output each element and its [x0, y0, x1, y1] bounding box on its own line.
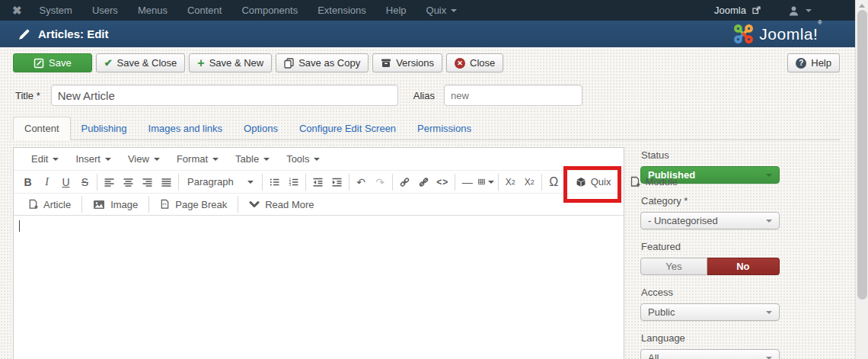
- close-button[interactable]: ✕ Close: [446, 53, 503, 72]
- save-close-button[interactable]: ✔ Save & Close: [96, 53, 186, 72]
- menu-content[interactable]: Content: [177, 5, 232, 16]
- article-page-icon: [28, 199, 38, 210]
- versions-label: Versions: [396, 57, 434, 69]
- editor-menu-tools[interactable]: Tools: [278, 153, 328, 165]
- outdent-button[interactable]: [308, 173, 327, 191]
- scrollbar-thumb[interactable]: [857, 10, 867, 300]
- divider: [566, 174, 566, 191]
- superscript-button[interactable]: X2: [520, 173, 539, 191]
- menu-menus[interactable]: Menus: [128, 5, 177, 16]
- page-break-button[interactable]: Page Break: [152, 196, 235, 213]
- tab-configure-edit-screen[interactable]: Configure Edit Screen: [289, 117, 407, 139]
- tab-images-and-links[interactable]: Images and links: [138, 117, 234, 139]
- editor-menu-table[interactable]: Table: [227, 153, 278, 165]
- editor-text-area[interactable]: [14, 216, 624, 357]
- versions-button[interactable]: Versions: [372, 53, 442, 72]
- access-select[interactable]: Public: [640, 303, 780, 321]
- language-select[interactable]: All: [640, 349, 780, 359]
- menu-label: Quix: [426, 5, 447, 16]
- italic-button[interactable]: I: [37, 173, 56, 191]
- insert-link-button[interactable]: [395, 173, 414, 191]
- align-left-button[interactable]: [100, 173, 119, 191]
- subscript-button[interactable]: X2: [501, 173, 520, 191]
- menu-label: Extensions: [318, 5, 366, 16]
- redo-button[interactable]: ↷: [371, 173, 390, 191]
- chevron-down-icon: [488, 181, 494, 184]
- versions-icon: [381, 58, 391, 68]
- chevron-down-icon: [53, 158, 59, 161]
- insert-article-button[interactable]: Article: [20, 196, 79, 213]
- module-button[interactable]: Module: [623, 173, 685, 191]
- access-value: Public: [648, 306, 675, 318]
- alias-input[interactable]: [444, 85, 582, 106]
- save-button[interactable]: Save: [13, 53, 92, 72]
- editor-menu-edit[interactable]: Edit: [23, 153, 67, 165]
- align-justify-button[interactable]: [157, 173, 176, 191]
- bold-button[interactable]: B: [18, 173, 37, 191]
- page-header: Articles: Edit Joomla!®: [0, 21, 868, 47]
- content-pane: Edit Insert View Format Table Tools B I …: [13, 147, 840, 359]
- align-center-button[interactable]: [119, 173, 138, 191]
- quix-button[interactable]: Quix: [569, 173, 618, 191]
- access-label: Access: [641, 287, 780, 298]
- module-label: Module: [645, 176, 678, 188]
- scrollbar-up-arrow[interactable]: [856, 0, 868, 11]
- read-more-button[interactable]: Read More: [241, 196, 322, 213]
- special-character-button[interactable]: Ω: [544, 173, 563, 191]
- action-toolbar: Save ✔ Save & Close + Save & New Save as…: [13, 53, 840, 72]
- article-label: Article: [43, 199, 71, 210]
- source-code-button[interactable]: <>: [433, 173, 452, 191]
- title-input[interactable]: [51, 85, 398, 106]
- chevron-down-icon: [263, 158, 270, 161]
- remove-link-button[interactable]: [414, 173, 433, 191]
- chevron-down-icon[interactable]: [806, 9, 812, 12]
- divider: [541, 174, 542, 191]
- module-page-icon: [630, 176, 640, 188]
- tab-publishing[interactable]: Publishing: [71, 117, 138, 139]
- vertical-scrollbar[interactable]: [855, 0, 868, 359]
- bullet-list-button[interactable]: [265, 173, 284, 191]
- menu-users[interactable]: Users: [82, 5, 128, 16]
- joomla-mark-icon[interactable]: ✖: [6, 4, 30, 18]
- menu-help[interactable]: Help: [376, 5, 416, 16]
- menu-quix[interactable]: Quix: [416, 5, 468, 16]
- save-icon: [34, 58, 44, 69]
- menu-components[interactable]: Components: [231, 5, 308, 16]
- title-alias-row: Title * Alias: [15, 85, 840, 106]
- site-preview-link[interactable]: Joomla: [714, 5, 746, 16]
- edit-tabs: Content Publishing Images and links Opti…: [13, 117, 840, 140]
- category-select[interactable]: - Uncategorised: [640, 212, 780, 229]
- numbered-list-button[interactable]: 123: [284, 173, 303, 191]
- help-button[interactable]: ? Help: [787, 53, 840, 72]
- quix-label: Quix: [591, 176, 611, 188]
- tab-options[interactable]: Options: [233, 117, 289, 139]
- save-as-copy-button[interactable]: Save as Copy: [276, 53, 369, 72]
- tab-content[interactable]: Content: [13, 117, 71, 140]
- undo-button[interactable]: ↶: [352, 173, 371, 191]
- menu-extensions[interactable]: Extensions: [308, 5, 376, 16]
- insert-image-button[interactable]: Image: [85, 196, 146, 213]
- registered-mark: ®: [818, 20, 822, 25]
- save-label: Save: [49, 57, 72, 69]
- editor-menu-insert[interactable]: Insert: [67, 153, 120, 165]
- featured-yes-button[interactable]: Yes: [640, 258, 707, 275]
- indent-button[interactable]: [327, 173, 346, 191]
- user-icon[interactable]: [788, 5, 799, 16]
- table-button[interactable]: [477, 173, 496, 191]
- tab-permissions[interactable]: Permissions: [407, 117, 482, 139]
- align-right-button[interactable]: [138, 173, 157, 191]
- strikethrough-button[interactable]: S: [75, 173, 94, 191]
- help-icon: ?: [796, 58, 806, 69]
- editor-menubar: Edit Insert View Format Table Tools: [14, 148, 624, 171]
- underline-button[interactable]: U: [56, 173, 75, 191]
- editor-menu-view[interactable]: View: [120, 153, 168, 165]
- featured-no-button[interactable]: No: [707, 258, 780, 275]
- copy-icon: [284, 58, 294, 69]
- menu-label: Menus: [138, 5, 168, 16]
- alias-label: Alias: [413, 90, 435, 101]
- paragraph-format-select[interactable]: Paragraph: [181, 176, 260, 188]
- horizontal-rule-button[interactable]: —: [458, 173, 477, 191]
- save-new-button[interactable]: + Save & New: [189, 53, 272, 72]
- menu-system[interactable]: System: [30, 5, 82, 16]
- editor-menu-format[interactable]: Format: [168, 153, 227, 165]
